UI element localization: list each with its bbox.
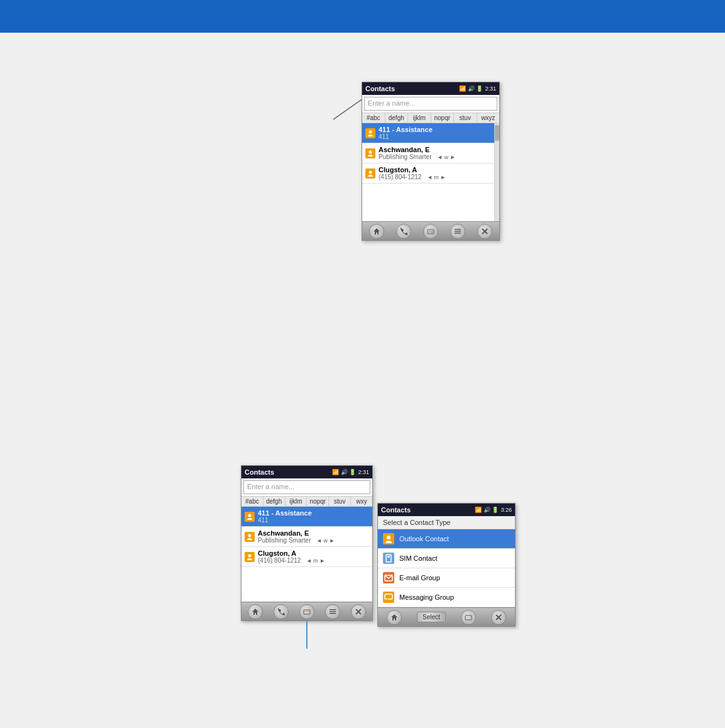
phone1-scrollbar-thumb[interactable]: [495, 125, 499, 141]
phone1-contact2-info: Aschwandan, E Publishing Smarter ◄ w ►: [379, 146, 455, 160]
select-icons: 📶 🔊 🔋: [475, 507, 499, 513]
phone2-contact1-sub: 411: [258, 517, 312, 524]
phone1-btn-home[interactable]: [369, 224, 384, 239]
phone1-search[interactable]: Enter a name...: [364, 97, 497, 111]
svg-point-19: [248, 554, 252, 557]
phone2-search[interactable]: Enter a name...: [243, 480, 370, 494]
select-status: 📶 🔊 🔋 3:26: [475, 507, 512, 513]
phone2-titlebar: Contacts 📶 🔊 🔋 2:31: [241, 466, 372, 478]
phone1-btn-close[interactable]: [477, 224, 492, 239]
phone2-tab-stuv[interactable]: stuv: [329, 497, 351, 506]
phone1-titlebar: Contacts 📶 🔊 🔋 2:31: [362, 82, 499, 95]
svg-rect-20: [304, 610, 310, 614]
select-type-header: Select a Contact Type: [378, 516, 515, 529]
phone2-tab-ijklm[interactable]: ijklm: [285, 497, 307, 506]
phone1-tab-wxyz[interactable]: wxyz: [477, 113, 500, 123]
select-btn-home[interactable]: [387, 610, 402, 625]
select-sim-contact[interactable]: SIM Contact: [378, 549, 515, 568]
phone2-bottom-bar: [241, 602, 372, 620]
phone2-btn-home[interactable]: [248, 604, 263, 619]
phone1-contact2-icon: [365, 148, 375, 158]
phone2-tab-defgh[interactable]: defgh: [263, 497, 285, 506]
phone1-contact2-nav: ◄ w ►: [437, 154, 455, 160]
phone1-contact1-info: 411 - Assistance 411: [379, 126, 433, 140]
phone2-tab-wxy[interactable]: wxy: [351, 497, 372, 506]
select-messaging-group[interactable]: Messaging Group: [378, 588, 515, 607]
email-group-icon: [383, 572, 394, 583]
svg-rect-26: [329, 611, 336, 612]
select-btn-keyboard[interactable]: [461, 610, 476, 625]
phone1-contact-2[interactable]: Aschwandan, E Publishing Smarter ◄ w ►: [362, 143, 499, 163]
phone1-search-placeholder: Enter a name...: [368, 99, 415, 107]
phone1-tab-nopqr[interactable]: nopqr: [431, 113, 455, 123]
phone2-btn-phone[interactable]: [274, 604, 289, 619]
phone2-contact1-name: 411 - Assistance: [258, 509, 312, 517]
phone2-title: Contacts: [245, 468, 274, 476]
phone1-contact-1[interactable]: 411 - Assistance 411: [362, 123, 499, 143]
svg-rect-13: [455, 231, 461, 232]
phone2-tab-abc[interactable]: #abc: [241, 497, 263, 506]
svg-rect-36: [465, 615, 472, 620]
phone1-contact3-info: Clugston, A (415) 804-1212 ◄ m ►: [379, 166, 446, 180]
phone1-title: Contacts: [365, 85, 395, 92]
phone1-contact2-name: Aschwandan, E: [379, 146, 455, 153]
sim-contact-label: SIM Contact: [399, 554, 438, 562]
svg-point-30: [387, 536, 390, 539]
phone2-contact3-info: Clugston, A (416) 804-1212 ◄ m ►: [258, 549, 325, 564]
phone2-contact2-icon: [245, 532, 255, 542]
svg-point-18: [248, 534, 252, 537]
phone2-btn-menu[interactable]: [325, 604, 340, 619]
phone1-contact3-icon: [365, 168, 375, 179]
select-time: 3:26: [501, 507, 512, 513]
phone1-tab-stuv[interactable]: stuv: [454, 113, 477, 123]
phone1-status: 📶 🔊 🔋 2:31: [459, 85, 496, 92]
phone1-btn-menu[interactable]: [450, 224, 465, 239]
select-title: Contacts: [381, 506, 411, 514]
phone-window-2: Contacts 📶 🔊 🔋 2:31 Enter a name... #abc…: [241, 465, 373, 621]
phone1-tab-defgh[interactable]: defgh: [385, 113, 409, 123]
phone2-contact-1[interactable]: 411 - Assistance 411: [241, 507, 372, 527]
email-group-label: E-mail Group: [399, 574, 440, 582]
select-btn-select[interactable]: Select: [417, 612, 446, 622]
phone2-tab-nopqr[interactable]: nopqr: [307, 497, 329, 506]
select-outlook-contact[interactable]: Outlook Contact: [378, 529, 515, 549]
phone2-btn-keyboard[interactable]: [299, 604, 314, 619]
phone1-contact3-name: Clugston, A: [379, 166, 446, 174]
select-btn-label: Select: [423, 614, 440, 620]
phone2-btn-close[interactable]: [351, 604, 366, 619]
svg-rect-34: [385, 594, 392, 599]
phone2-contact2-name: Aschwandan, E: [258, 529, 335, 537]
phone2-contact-2[interactable]: Aschwandan, E Publishing Smarter ◄ w ►: [241, 527, 372, 547]
phone1-tab-ijklm[interactable]: ijklm: [408, 113, 431, 123]
select-bottom-bar: Select: [378, 607, 515, 626]
svg-line-0: [333, 97, 365, 119]
messaging-group-label: Messaging Group: [399, 593, 454, 601]
phone1-contact1-name: 411 - Assistance: [379, 126, 433, 133]
phone2-contact2-sub: Publishing Smarter ◄ w ►: [258, 537, 335, 544]
phone1-contact-3[interactable]: Clugston, A (415) 804-1212 ◄ m ►: [362, 163, 499, 184]
phone2-contact1-icon: [245, 512, 255, 522]
svg-point-1: [369, 130, 372, 133]
phone1-btn-phone[interactable]: [396, 224, 411, 239]
phone2-contact-3[interactable]: Clugston, A (416) 804-1212 ◄ m ►: [241, 547, 372, 567]
phone2-contact2-nav: ◄ w ►: [316, 538, 335, 544]
svg-rect-27: [329, 613, 336, 614]
phone1-scrollbar[interactable]: [494, 123, 499, 221]
phone1-tab-abc[interactable]: #abc: [362, 113, 385, 123]
svg-point-17: [248, 514, 252, 517]
phone2-contact3-nav: ◄ m ►: [306, 558, 325, 564]
phone2-empty-space: [241, 567, 372, 602]
select-email-group[interactable]: E-mail Group: [378, 568, 515, 588]
phone1-bottom-bar: [362, 221, 499, 240]
sim-contact-icon: [383, 553, 394, 564]
svg-rect-12: [455, 229, 461, 230]
phone2-contact3-name: Clugston, A: [258, 549, 325, 557]
phone1-btn-keyboard[interactable]: [423, 224, 438, 239]
svg-rect-31: [386, 554, 391, 562]
select-type-window: Contacts 📶 🔊 🔋 3:26 Select a Contact Typ…: [377, 503, 516, 627]
phone2-annotation-line: [306, 620, 307, 649]
select-btn-close[interactable]: [491, 610, 506, 625]
phone1-icons: 📶 🔊 🔋: [459, 85, 483, 92]
phone1-contact3-sub: (415) 804-1212 ◄ m ►: [379, 174, 446, 180]
svg-marker-35: [387, 599, 389, 601]
